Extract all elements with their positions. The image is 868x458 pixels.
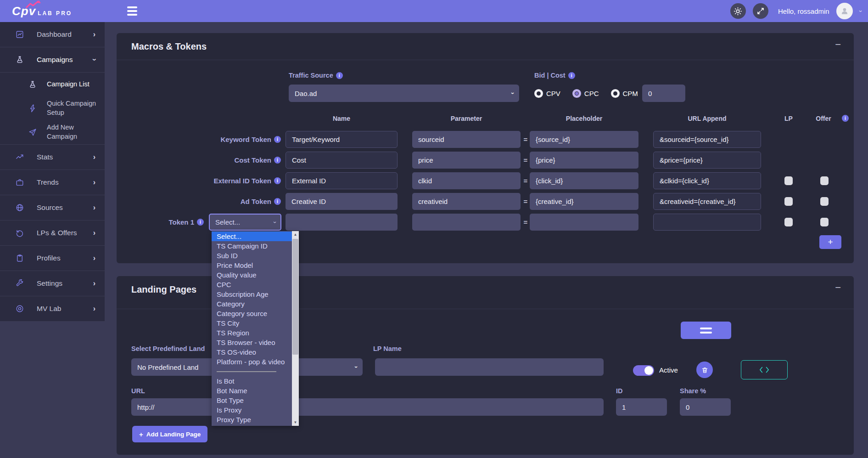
user-greeting: Hello, rossadmin [778,7,829,15]
parameter-input[interactable]: creativeid [412,193,521,210]
token-row-label: Cost Tokeni [117,152,281,169]
toggle-knob-icon [644,366,653,375]
scroll-down-icon[interactable]: ▼ [292,419,299,426]
sidebar-item-trends[interactable]: Trends› [0,170,105,195]
lp-checkbox[interactable] [784,197,793,206]
flask-icon [28,80,37,89]
sidebar-item-label: Quick Campaign Setup [47,99,105,117]
user-avatar[interactable] [836,3,853,19]
name-input[interactable] [286,214,398,231]
parameter-input[interactable]: price [412,152,521,169]
info-icon: i [197,219,204,226]
url-append-input[interactable]: &sourceid={source_id} [653,131,761,148]
dropdown-option-ts-region[interactable]: TS Region [212,328,292,338]
sidebar-item-profiles[interactable]: Profiles› [0,246,105,271]
logo[interactable]: Cpv LAB PRO [12,4,72,18]
sidebar-item-lps-offers[interactable]: LPs & Offers› [0,221,105,246]
sidebar-item-label: Add New Campaign [47,123,105,141]
dropdown-option-quality-value[interactable]: Quality value [212,270,292,280]
placeholder-input[interactable]: {click_id} [530,172,638,189]
dropdown-option-ts-campaign-id[interactable]: TS Campaign ID [212,241,292,251]
radio-cpv[interactable]: CPV [534,89,560,98]
brightness-button[interactable] [730,3,746,19]
share-percent-input[interactable]: 0 [680,398,731,416]
radio-cpm[interactable]: CPM [611,89,638,98]
sidebar-item-add-new-campaign[interactable]: Add New Campaign [0,120,105,144]
info-icon: i [568,72,575,79]
dropdown-option-sub-id[interactable]: Sub ID [212,251,292,260]
dropdown-option-bot-name[interactable]: Bot Name [212,386,292,396]
chevron-down-icon[interactable]: › [857,10,864,12]
dropdown-option-platform-pop-video[interactable]: Platform - pop & video [212,357,292,367]
placeholder-input[interactable]: {source_id} [530,131,638,148]
offer-checkbox[interactable] [820,218,829,226]
dropdown-option-category[interactable]: Category [212,299,292,309]
fullscreen-button[interactable] [753,3,768,19]
active-toggle[interactable] [633,365,654,376]
collapse-button[interactable]: − [835,39,841,51]
dropdown-option-select[interactable]: Select... [212,232,292,241]
reorder-button[interactable] [681,322,731,339]
scrollbar-thumb[interactable] [292,239,298,355]
parameter-input[interactable]: sourceid [412,131,521,148]
token-type-select[interactable]: Select...› [209,214,281,231]
dropdown-option-ts-city[interactable]: TS City [212,318,292,328]
sidebar-item-sources[interactable]: Sources› [0,195,105,221]
name-input[interactable]: Creative ID [286,193,398,210]
sidebar-item-stats[interactable]: Stats› [0,145,105,170]
placeholder-input[interactable]: {creative_id} [530,193,638,210]
radio-icon [611,89,620,98]
url-append-input[interactable]: &price={price} [653,152,761,169]
scroll-up-icon[interactable]: ▲ [292,231,299,238]
lp-checkbox[interactable] [784,218,793,226]
dropdown-option-ts-os-video[interactable]: TS OS-video [212,347,292,357]
dropdown-option-bot-type[interactable]: Bot Type [212,396,292,405]
dropdown-option-category-source[interactable]: Category source [212,309,292,318]
token-row-label-text: Ad Token [241,198,271,205]
collapse-button[interactable]: − [835,282,841,294]
dropdown-option-subscription-age[interactable]: Subscription Age [212,289,292,299]
url-input[interactable]: http:// [131,398,604,416]
name-input[interactable]: Target/Keyword [286,131,398,148]
offer-checkbox[interactable] [820,176,829,185]
traffic-source-select[interactable]: Dao.ad › [289,85,519,102]
url-append-input[interactable] [653,214,761,231]
add-token-button[interactable]: + [819,235,841,249]
lp-code-button[interactable] [741,360,788,379]
menu-icon [127,6,137,8]
dropdown-option-cpc[interactable]: CPC [212,280,292,289]
offer-checkbox[interactable] [820,197,829,206]
menu-toggle-button[interactable] [127,6,137,16]
url-append-input[interactable]: &creativeid={creative_id} [653,193,761,210]
lp-checkbox[interactable] [784,176,793,185]
dropdown-scrollbar[interactable]: ▲ ▼ [292,231,299,426]
bid-value-input[interactable]: 0 [642,85,685,102]
sidebar-item-settings[interactable]: Settings› [0,271,105,296]
dropdown-option-ts-browser-video[interactable]: TS Browser - video [212,338,292,347]
chevron-down-icon: › [90,58,98,61]
placeholder-input[interactable] [530,214,638,231]
radio-cpc[interactable]: CPC [572,89,599,98]
parameter-input[interactable]: clkid [412,172,521,189]
sidebar-item-campaigns[interactable]: Campaigns› [0,47,105,73]
delete-lp-button[interactable] [696,362,713,378]
lp-name-input[interactable] [375,358,604,376]
sidebar-item-dashboard[interactable]: Dashboard› [0,22,105,47]
code-icon [759,366,769,373]
dropdown-option-price-model[interactable]: Price Model [212,260,292,270]
dropdown-option-is-bot[interactable]: Is Bot [212,376,292,386]
parameter-input[interactable] [412,214,521,231]
sidebar-item-quick-campaign-setup[interactable]: Quick Campaign Setup [0,96,105,120]
sidebar-item-label: Campaign List [47,80,90,89]
sidebar-item-mv-lab[interactable]: MV Lab› [0,296,105,322]
name-input[interactable]: External ID [286,172,398,189]
add-landing-page-button[interactable]: + Add Landing Page [132,426,207,442]
lp-id-input[interactable]: 1 [616,398,667,416]
dropdown-option-is-proxy[interactable]: Is Proxy [212,405,292,415]
dropdown-option-proxy-type[interactable]: Proxy Type [212,415,292,424]
placeholder-input[interactable]: {price} [530,152,638,169]
equals-sign: = [522,152,529,169]
url-append-input[interactable]: &clkid={click_id} [653,172,761,189]
sidebar-item-campaign-list[interactable]: Campaign List [0,73,105,96]
name-input[interactable]: Cost [286,152,398,169]
